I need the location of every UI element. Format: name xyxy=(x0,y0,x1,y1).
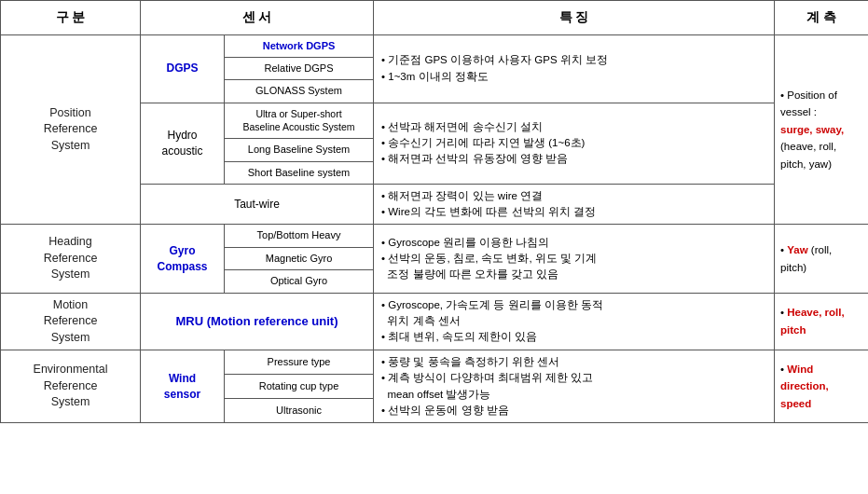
sensor-taut-wire: Taut-wire xyxy=(141,184,374,225)
sensor-mru: MRU (Motion reference unit) xyxy=(141,293,374,350)
feature-mru: • Gyroscope, 가속도계 등 원리를 이용한 동적 위치 계측 센서•… xyxy=(374,293,775,350)
measure-heave: Heave, roll,pitch xyxy=(780,307,845,335)
measure-env: • Winddirection,speed xyxy=(775,350,868,423)
measure-heading: • Yaw (roll,pitch) xyxy=(775,225,868,293)
sensor-hydro: Hydroacoustic xyxy=(141,103,225,184)
measure-surge-sway: surge, sway, xyxy=(780,124,844,135)
sub-short-baseline: Short Baseline system xyxy=(225,161,374,184)
feature-dgps: • 기준점 GPS 이용하여 사용자 GPS 위치 보정• 1~3m 이내의 정… xyxy=(374,34,775,103)
measure-wind: Winddirection,speed xyxy=(780,364,829,409)
header-gubun: 구 분 xyxy=(1,1,141,35)
sub-glonass: GLONASS System xyxy=(225,80,374,103)
sensor-wind: Windsensor xyxy=(141,350,225,423)
section-position: PositionReferenceSystem xyxy=(1,34,141,225)
sub-optical-gyro: Optical Gyro xyxy=(225,270,374,293)
table-row: MotionReferenceSystem MRU (Motion refere… xyxy=(1,293,869,350)
sensor-gyro: GyroCompass xyxy=(141,225,225,293)
sub-magnetic-gyro: Magnetic Gyro xyxy=(225,247,374,269)
header-sensor: 센 서 xyxy=(141,1,374,35)
section-env: EnvironmentalReferenceSystem xyxy=(1,350,141,423)
section-heading: HeadingReferenceSystem xyxy=(1,225,141,293)
section-motion: MotionReferenceSystem xyxy=(1,293,141,350)
header-measure: 계 측 xyxy=(775,1,868,35)
sub-long-baseline: Long Baseline System xyxy=(225,139,374,161)
sub-ultrasonic: Ultrasonic xyxy=(225,399,374,423)
table-row: HeadingReferenceSystem GyroCompass Top/B… xyxy=(1,225,869,247)
sub-rotating-cup: Rotating cup type xyxy=(225,375,374,399)
measure-position: • Position of vessel :surge, sway,(heave… xyxy=(775,34,868,225)
sub-network-dgps: Network DGPS xyxy=(225,34,374,57)
sensor-dgps: DGPS xyxy=(141,34,225,103)
measure-motion: • Heave, roll,pitch xyxy=(775,293,868,350)
table-row: PositionReferenceSystem DGPS Network DGP… xyxy=(1,34,869,57)
sub-relative-dgps: Relative DGPS xyxy=(225,57,374,79)
feature-wind: • 풍량 및 풍속을 측정하기 위한 센서• 계측 방식이 다양하며 최대범위 … xyxy=(374,350,775,423)
sub-top-bottom: Top/Bottom Heavy xyxy=(225,225,374,247)
measure-yaw: Yaw xyxy=(787,244,807,255)
feature-taut-wire: • 해저면과 장력이 있는 wire 연결• Wire의 각도 변화에 따른 선… xyxy=(374,184,775,225)
feature-hydro: • 선박과 해저면에 송수신기 설치• 송수신기 거리에 따라 지연 발생 (1… xyxy=(374,103,775,184)
feature-gyro: • Gyroscope 원리를 이용한 나침의• 선박의 운동, 침로, 속도 … xyxy=(374,225,775,293)
header-feature: 특 징 xyxy=(374,1,775,35)
table-row: EnvironmentalReferenceSystem Windsensor … xyxy=(1,350,869,375)
sub-ultra-short: Ultra or Super-shortBaseline Acoustic Sy… xyxy=(225,103,374,138)
sub-pressure: Pressure type xyxy=(225,350,374,375)
